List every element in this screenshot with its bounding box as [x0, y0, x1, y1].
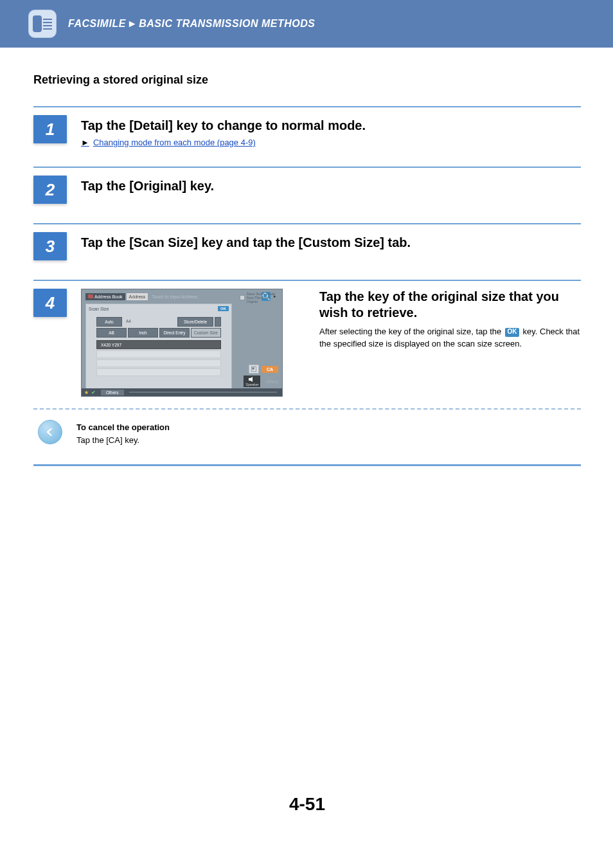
step-cross-reference-link[interactable]: ►Changing mode from each mode (page 4-9)	[81, 138, 581, 147]
tab-direct-entry[interactable]: Direct Entry	[159, 328, 190, 338]
step-heading: Tap the key of the original size that yo…	[319, 289, 581, 321]
panel-ok-button[interactable]: OK	[218, 306, 229, 311]
ok-key-icon: OK	[505, 328, 519, 337]
step-description: After selecting the key of the original …	[319, 326, 581, 350]
tab-inch[interactable]: Inch	[128, 328, 158, 338]
note-title: To cancel the operation	[76, 421, 170, 434]
step-4: 4 Address Book Address Touch to input Ad…	[33, 289, 581, 397]
stored-size-slot-empty[interactable]	[96, 368, 221, 376]
stored-size-button[interactable]: X420 Y297	[96, 340, 221, 349]
stored-size-slot-empty[interactable]	[96, 350, 221, 358]
mfp-screenshot: Address Book Address Touch to input Addr…	[81, 289, 283, 397]
step-heading: Tap the [Scan Size] key and tap the [Cus…	[81, 235, 581, 251]
header-bar: FACSIMILEBASIC TRANSMISSION METHODS	[0, 0, 613, 48]
detected-size-label: A4	[123, 317, 176, 327]
mfp-address-tab[interactable]: Address	[127, 293, 148, 300]
mfp-address-book-tab[interactable]: Address Book	[85, 293, 125, 300]
cancel-note: To cancel the operation Tap the [CA] key…	[33, 420, 581, 446]
checkbox-icon[interactable]	[240, 295, 245, 300]
address-book-icon	[88, 294, 93, 298]
step-number-badge: 4	[33, 289, 67, 317]
breadcrumb-item-1[interactable]: FACSIMILE	[68, 18, 126, 29]
ghost-label: Others	[265, 379, 278, 384]
dashed-divider	[33, 408, 581, 410]
ca-button[interactable]: CA	[262, 366, 278, 373]
mfp-side-option[interactable]: Slow Scan Mode Scan Thin Paper Original	[240, 291, 280, 304]
tab-custom-size[interactable]: Custom Size	[191, 328, 221, 338]
link-arrow-icon: ►	[81, 138, 89, 147]
speaker-button[interactable]: Speaker	[244, 375, 260, 387]
preview-icon[interactable]	[249, 365, 259, 374]
divider	[33, 223, 581, 224]
breadcrumb-separator-icon	[126, 18, 139, 29]
bottom-bar-track	[129, 392, 277, 393]
star-icon[interactable]: ★	[84, 390, 89, 395]
svg-rect-3	[252, 368, 254, 370]
step-3: 3 Tap the [Scan Size] key and tap the [C…	[33, 232, 581, 260]
step-1: 1 Tap the [Detail] key to change to norm…	[33, 115, 581, 147]
page-number: 4-51	[33, 794, 581, 834]
check-icon[interactable]: ✔	[91, 390, 96, 395]
step-number-badge: 2	[33, 176, 67, 204]
facsimile-section-icon	[28, 10, 57, 38]
mfp-scan-size-panel: Scan Size OK Auto A4 Store/Delete AB Inc…	[85, 303, 232, 390]
link-text: Changing mode from each mode (page 4-9)	[93, 138, 256, 147]
breadcrumb: FACSIMILEBASIC TRANSMISSION METHODS	[68, 18, 315, 30]
others-button[interactable]: Others	[101, 390, 124, 395]
divider	[33, 167, 581, 168]
step-number-badge: 1	[33, 115, 67, 143]
back-arrow-circle-icon	[38, 420, 62, 444]
svg-marker-4	[249, 377, 253, 382]
divider	[33, 280, 581, 281]
divider	[33, 464, 581, 466]
panel-title: Scan Size	[89, 307, 109, 311]
orientation-icon[interactable]	[215, 317, 221, 327]
section-title: Retrieving a stored original size	[33, 73, 581, 87]
step-number-badge: 3	[33, 232, 67, 260]
tab-ab[interactable]: AB	[96, 328, 127, 338]
step-heading: Tap the [Original] key.	[81, 178, 581, 194]
step-2: 2 Tap the [Original] key.	[33, 176, 581, 204]
auto-button[interactable]: Auto	[96, 317, 122, 327]
divider	[33, 106, 581, 107]
side-option-sub: Scan Thin Paper Original	[247, 296, 280, 303]
breadcrumb-item-2[interactable]: BASIC TRANSMISSION METHODS	[139, 18, 315, 29]
store-delete-button[interactable]: Store/Delete	[177, 317, 213, 327]
stored-size-slot-empty[interactable]	[96, 359, 221, 367]
note-text: Tap the [CA] key.	[76, 434, 170, 447]
step-heading: Tap the [Detail] key to change to normal…	[81, 118, 581, 134]
